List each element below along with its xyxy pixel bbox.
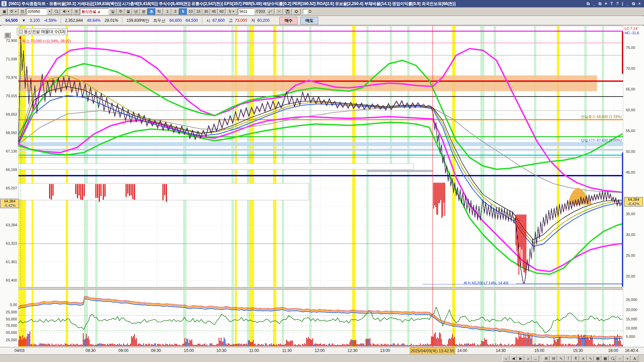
axis-label: 69,053 [1,112,17,116]
axis-label: 0,00 [1,303,17,307]
time-label: 15:00 [534,348,544,353]
axis-label: 75,00 [626,46,635,50]
axis-label: 70,015 [1,94,17,98]
current-price-box-left: 64,384-6,42% [0,199,19,208]
hc-label: HC:-11,6 [625,31,639,35]
nav-last-icon[interactable]: » [525,355,532,362]
time-label: 16:00 [608,348,618,353]
axis-label: 68,092 [1,131,17,135]
zoom-out-button[interactable]: − [616,355,624,362]
axis-label: 72,900 [1,39,17,43]
time-label: 10:30 [216,348,226,353]
current-price-box-right: 64,384-6,42% [624,197,643,206]
axis-label: 25,000 [626,298,637,302]
lc-label: LC:7,14 [625,26,638,31]
time-label: 10:00 [184,348,194,353]
time-label: 12:00 [315,348,325,353]
chart-tool-icon-0[interactable]: ⊞ [543,355,550,362]
time-label: 13:00 [380,348,390,353]
axis-label: 71,938 [1,57,17,61]
time-axis: 2025/04/03(목) 13:42:55 16:40:4 04/0308:3… [0,347,644,354]
axis-label: 20,00 [626,274,635,278]
zoom-in-button[interactable]: + [624,355,631,362]
axis-label: 15,000 [626,317,637,321]
chart-tool-icon-7[interactable]: ▦ [594,355,601,362]
axis-label: 65,207 [1,186,17,190]
axis-label: 55,00 [626,129,635,133]
axis-label: 70,976 [1,75,17,79]
axis-label: 25,00 [626,253,635,257]
time-label: 09:00 [118,348,128,353]
axis-label: 63,284 [1,223,17,227]
chart-tool-icon-8[interactable]: ▩ [602,355,609,362]
axis-label: 66,169 [1,168,17,172]
axis-label: 60,00 [626,108,635,112]
annotation-day-open: 당일시가 67,600 (0.00%) [581,138,622,143]
time-label: 14:30 [496,348,506,353]
time-label: 11:30 [282,348,292,353]
cursor-timestamp: 2025/04/03(목) 13:42:55 [410,348,455,355]
chart-tool-icon-6[interactable]: ∿ [587,355,594,362]
axis-label: 61,361 [1,260,17,264]
nav-next-icon[interactable]: ▶ [517,355,524,362]
axis-label: 50,000 [1,317,17,321]
chart-tool-icon-1[interactable]: ⊟ [550,355,557,362]
time-label: 11:00 [249,348,259,353]
axis-label: 25,000 [1,310,17,314]
zoom-tool-icon[interactable] [609,355,616,362]
axis-label: 45,00 [626,170,635,174]
axis-label: 75,000 [1,323,17,327]
time-label: 08:30 [86,348,96,353]
annotation-low: 최저 60,200 (7.14%, 14:49) [464,281,508,286]
nav-span-icon[interactable]: ↔ [532,355,539,362]
nav-first-icon[interactable]: « [502,355,509,362]
chart-tool-icon-4[interactable]: ⊼ [572,355,579,362]
axis-label: 10,000 [626,326,637,330]
app-window: 1 [0601] 주식종합차트 - 유통비율[30.3] 거래대금[159,83… [0,0,644,362]
axis-label: 50,00 [626,149,635,154]
axis-label: 67,130 [1,149,17,153]
axis-label: 60,400 [1,278,17,282]
axis-label: 5,000 [626,335,635,339]
legend-checkbox[interactable] [19,30,22,34]
axis-label: 35,00 [626,212,635,216]
bottom-toolbar: «◀▶»↔ ⊞⊟∿⊺⊼∧∿▦▩ − + A [0,354,644,362]
axis-label: 30,00 [626,233,635,237]
time-label: 12:30 [347,348,358,353]
axis-label: 62,323 [1,241,17,245]
axis-label: 70,00 [626,66,635,70]
time-label: 14:00 [457,348,467,353]
axis-label: 25,000 [1,338,17,342]
axis-label: 20,000 [626,308,637,312]
grid-toggle-icon[interactable] [4,32,11,38]
axis-label: 00,000 [1,330,17,335]
axis-label: 65,00 [626,87,635,91]
annotation-high: 최고 73,000 (+11.54%, 08:02) [22,39,71,44]
annotation-text-button[interactable]: A [631,355,638,362]
legend-label: 동신건설 매물대 수(13) [24,29,65,35]
chart-tool-icon-3[interactable]: ⊺ [565,355,572,362]
annotation-prev-close: 전일종가 68,800 (1.78%) [581,114,622,119]
time-label: 09:30 [151,348,161,353]
tool-button-group: ⊞⊟∿⊺⊼∧∿▦▩ [543,355,609,362]
nav-prev-icon[interactable]: ◀ [510,355,517,362]
corner-time-label: 16:40:4 [625,348,638,353]
time-label: 15:30 [573,348,583,353]
chart-tool-icon-5[interactable]: ∧ [580,355,587,362]
chart-canvas[interactable] [0,0,644,362]
nav-button-group: «◀▶»↔ [502,355,539,362]
chart-tool-icon-2[interactable]: ∿ [557,355,565,362]
legend-box: 동신건설 매물대 수(13) [17,28,67,35]
time-label: 04/03 [14,348,24,353]
